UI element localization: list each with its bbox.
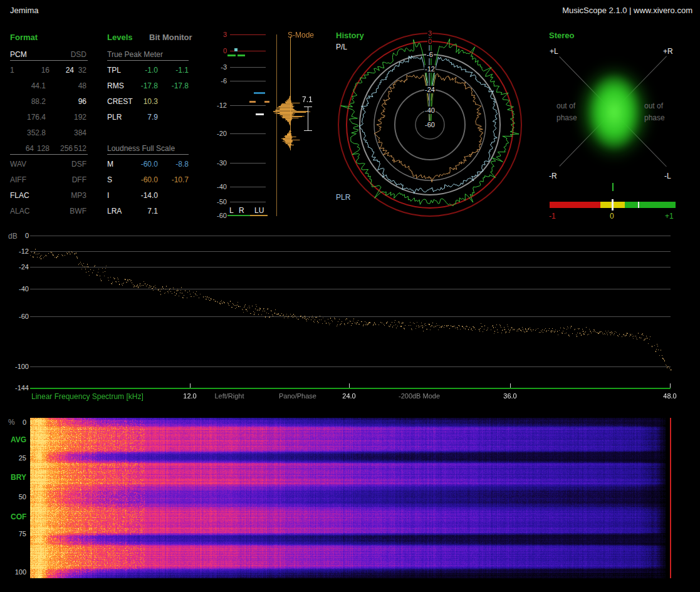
- levels-row-label: S: [107, 175, 138, 184]
- format-value: 256: [50, 144, 73, 153]
- goniometer-blob-core: [588, 74, 640, 150]
- meter-scale-line: [230, 105, 266, 106]
- meter-scale-line: [230, 34, 266, 35]
- meter-scale-line: [230, 67, 266, 68]
- format-row: 352.8384: [10, 128, 86, 137]
- meter-scale-label: -50: [211, 198, 227, 205]
- levels-row-label: M: [107, 160, 138, 169]
- format-value: DSD: [71, 50, 86, 59]
- lu-level-bar: [250, 215, 268, 216]
- format-value: 44.1: [10, 81, 46, 90]
- meter-scale-line: [230, 163, 266, 164]
- spectrum-y-label: -24: [10, 263, 29, 271]
- levels-row-label: TPL: [107, 66, 138, 75]
- meter-indicator: [254, 92, 265, 94]
- levels-row: CREST10.3: [107, 97, 189, 106]
- levels-row-value1: -60.0: [138, 175, 158, 184]
- correlation-segment: [550, 202, 600, 208]
- spectrum-y-label: -100: [10, 363, 29, 370]
- divider: [10, 60, 88, 61]
- meter-l-label: L: [229, 206, 234, 215]
- mode-button[interactable]: Pano/Phase: [279, 392, 316, 400]
- format-value: WAV: [10, 160, 71, 169]
- format-value: 16: [26, 66, 50, 75]
- out-of-phase-right: out of phase: [644, 100, 665, 124]
- corr-pos-label: +1: [665, 212, 674, 221]
- lra-beam-cap-bottom: [304, 130, 312, 131]
- spectrum-trace: [30, 231, 677, 388]
- meter-scale-label: -20: [211, 130, 227, 137]
- spectrum-x-tick: [349, 383, 350, 388]
- meter-scale-line: [230, 81, 266, 81]
- spectrum-x-label: 12.0: [183, 392, 196, 400]
- format-value: 384: [46, 128, 86, 137]
- format-value: BWF: [70, 207, 86, 216]
- lr-level-bar: [227, 215, 250, 216]
- lra-range-value: 7.1: [302, 95, 313, 104]
- spectrum-y-label: -144: [10, 384, 29, 392]
- meter-scale-line: [230, 187, 266, 187]
- correlation-segment: [625, 202, 676, 208]
- correlation-center-tick: [612, 183, 614, 191]
- format-row: FLACMP3: [10, 191, 86, 200]
- spectrum-x-label: 36.0: [503, 392, 516, 400]
- format-row: 1162432: [10, 66, 86, 75]
- levels-row-value2: -8.8: [158, 160, 189, 169]
- mode-button[interactable]: Left/Right: [214, 392, 244, 400]
- format-value: FLAC: [10, 191, 71, 200]
- format-value: 96: [46, 97, 86, 106]
- spectrum-title: Linear Frequency Spectrum [kHz]: [31, 392, 144, 401]
- spectrogram-toggle-avg[interactable]: AVG: [11, 435, 26, 444]
- levels-row-value2: [158, 207, 189, 216]
- spectrum-y-label: -40: [10, 285, 29, 293]
- meter-scale-label: -3: [211, 63, 227, 71]
- spectrogram-cursor-line: [670, 418, 671, 578]
- levels-row: LRA7.1: [107, 207, 189, 216]
- meter-r-label: R: [239, 206, 244, 215]
- levels-row-value1: -60.0: [138, 160, 158, 169]
- smode-button[interactable]: S-Mode: [288, 31, 314, 39]
- spectrogram-y-label: 75: [8, 530, 26, 537]
- history-scale-label: -40: [424, 106, 436, 114]
- format-value: 192: [46, 113, 86, 122]
- spectrogram-y-label: 0: [8, 418, 26, 426]
- format-value: 512: [73, 144, 86, 153]
- levels-row: M-60.0-8.8: [107, 160, 189, 169]
- lra-beam-cap-top: [304, 106, 312, 107]
- levels-row-value2: [158, 191, 189, 200]
- spectrum-x-label: 48.0: [663, 392, 676, 400]
- levels-row-value2: [158, 113, 189, 122]
- levels-row-label: CREST: [107, 97, 138, 106]
- spectrum-x-tick: [510, 383, 511, 388]
- meter-scale-label: -60: [211, 212, 227, 219]
- format-row: 64128256512: [10, 144, 86, 153]
- levels-row-label: PLR: [107, 113, 138, 122]
- spectrogram: [30, 418, 666, 578]
- mode-button[interactable]: -200dB Mode: [399, 392, 440, 400]
- spectrogram-toggle-cof[interactable]: COF: [11, 512, 26, 521]
- levels-row: PLR7.9: [107, 113, 189, 122]
- spectrogram-y-label: 100: [8, 568, 26, 576]
- divider: [10, 154, 88, 155]
- meter-indicator: [238, 55, 245, 56]
- stereo-corner-pl: +L: [550, 47, 558, 56]
- meter-indicator: [256, 113, 264, 115]
- spectrum-y-label: 0: [10, 232, 29, 239]
- meter-scale-label: 0: [211, 47, 227, 55]
- format-row: 88.296: [10, 97, 86, 106]
- levels-row-value1: -17.8: [138, 81, 158, 90]
- out-of-phase-left: out of phase: [556, 100, 577, 124]
- format-value: DSF: [71, 160, 86, 169]
- format-row: 176.4192: [10, 113, 86, 122]
- app-title: MusicScope 2.1.0 | www.xivero.com: [562, 6, 692, 15]
- stereo-corner-pr: +R: [663, 47, 673, 56]
- spectrogram-toggle-bry[interactable]: BRY: [11, 473, 26, 482]
- levels-row-value1: -1.0: [138, 66, 158, 75]
- levels-row-value1: -14.0: [138, 191, 158, 200]
- format-row: 44.148: [10, 81, 86, 90]
- format-value: 24: [50, 66, 74, 75]
- stereo-panel-title: Stereo: [549, 31, 574, 40]
- format-value: DFF: [72, 175, 86, 184]
- corr-neg-label: -1: [549, 212, 556, 221]
- format-value: PCM: [10, 50, 71, 59]
